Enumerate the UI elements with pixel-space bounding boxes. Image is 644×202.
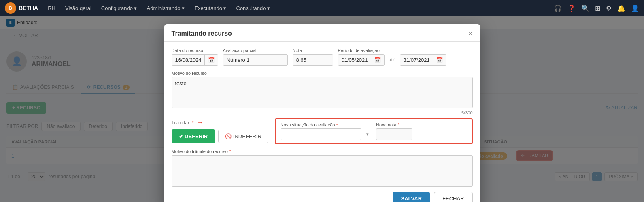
motivo-recurso-group: Motivo do recurso teste 5/300 — [172, 71, 473, 115]
periodo-inicio-group: 📅 — [338, 54, 385, 66]
user-icon[interactable]: 👤 — [631, 4, 639, 12]
modal-close-button[interactable]: × — [468, 30, 473, 37]
nota-input[interactable] — [293, 54, 333, 66]
modal-footer: SALVAR FECHAR — [164, 187, 480, 202]
modal-body: Data do recurso 📅 Avaliação parcial Nota — [164, 42, 480, 187]
nova-group: Nova situação da avaliação * ▾ — [275, 118, 473, 144]
help-icon[interactable]: ❓ — [567, 4, 576, 12]
salvar-button[interactable]: SALVAR — [393, 192, 430, 202]
tramitar-label: Tramitar * → — [172, 118, 268, 127]
motivo-tramite-required: * — [229, 149, 231, 154]
bell-icon[interactable]: 🔔 — [617, 4, 625, 12]
nota-label: Nota — [293, 48, 333, 53]
periodo-inicio-input[interactable] — [338, 55, 371, 65]
motivo-char-count: 5/300 — [172, 110, 473, 115]
tramitar-required: * — [192, 120, 194, 126]
nav-configurando[interactable]: Configurando ▾ — [97, 0, 141, 16]
nova-situacao-select[interactable] — [281, 128, 361, 140]
nav-consultando[interactable]: Consultando ▾ — [232, 0, 274, 16]
nova-nota-input[interactable] — [376, 128, 412, 140]
brand-name: BETHA — [19, 5, 38, 11]
periodo-fim-group: 📅 — [400, 54, 446, 66]
indeferir-button[interactable]: 🚫 INDEFERIR — [218, 130, 268, 143]
data-recurso-input-group: 📅 — [172, 54, 218, 66]
data-recurso-calendar-icon[interactable]: 📅 — [204, 55, 218, 65]
periodo-fim-input[interactable] — [400, 55, 433, 65]
periodo-label: Período de avaliação — [338, 48, 446, 53]
search-icon[interactable]: 🔍 — [581, 4, 589, 12]
periodo-fim-calendar-icon[interactable]: 📅 — [433, 55, 446, 65]
nav-icons: 🎧 ❓ 🔍 ⊞ ⚙ 🔔 👤 — [554, 4, 639, 12]
arrow-red-icon: → — [196, 118, 203, 127]
motivo-tramite-label: Motivo do trâmite do recurso * — [172, 149, 473, 154]
nova-situacao-group: Nova situação da avaliação * ▾ — [281, 122, 371, 140]
headset-icon[interactable]: 🎧 — [554, 4, 562, 12]
avaliacao-parcial-group: Avaliação parcial — [223, 48, 288, 66]
data-recurso-label: Data do recurso — [172, 48, 218, 53]
logo-area: B BETHA — [5, 2, 38, 14]
nova-situacao-required: * — [336, 122, 338, 127]
modal-overlay: Tramitando recurso × Data do recurso 📅 — [0, 16, 644, 202]
top-navigation: B BETHA RH Visão geral Configurando ▾ Ad… — [0, 0, 644, 16]
fechar-button[interactable]: FECHAR — [434, 192, 472, 202]
data-recurso-group: Data do recurso 📅 — [172, 48, 218, 66]
tramitando-modal: Tramitando recurso × Data do recurso 📅 — [164, 24, 480, 202]
settings-icon[interactable]: ⚙ — [606, 4, 612, 12]
grid-icon[interactable]: ⊞ — [595, 4, 600, 12]
modal-header: Tramitando recurso × — [164, 24, 480, 42]
tramitar-group: Tramitar * → ✔ DEFERIR 🚫 INDEFERIR — [172, 118, 268, 143]
data-recurso-input[interactable] — [172, 55, 204, 65]
nova-situacao-label: Nova situação da avaliação * — [281, 122, 371, 127]
nav-executando[interactable]: Executando ▾ — [190, 0, 230, 16]
modal-title: Tramitando recurso — [172, 30, 232, 37]
nav-visao-geral[interactable]: Visão geral — [61, 0, 96, 16]
avaliacao-parcial-input[interactable] — [223, 54, 288, 66]
avaliacao-parcial-label: Avaliação parcial — [223, 48, 288, 53]
nav-administrando[interactable]: Administrando ▾ — [143, 0, 189, 16]
nova-nota-label: Nova nota * — [376, 122, 467, 127]
periodo-group: Período de avaliação 📅 até 📅 — [338, 48, 446, 66]
deferir-button[interactable]: ✔ DEFERIR — [172, 129, 215, 143]
nav-rh[interactable]: RH — [44, 0, 60, 16]
motivo-tramite-textarea[interactable] — [172, 155, 473, 187]
motivo-tramite-group: Motivo do trâmite do recurso * 0/300 — [172, 149, 473, 187]
page-background: B Entidade: — — ← VOLTAR 👤 123518/1 ARIM… — [0, 16, 644, 202]
nova-situacao-select-wrapper: ▾ — [281, 128, 371, 140]
nova-situacao-chevron-icon: ▾ — [366, 132, 369, 137]
form-row-1: Data do recurso 📅 Avaliação parcial Nota — [172, 48, 473, 66]
ate-label: até — [387, 57, 397, 66]
tramitar-buttons: ✔ DEFERIR 🚫 INDEFERIR — [172, 129, 268, 143]
nota-group: Nota — [293, 48, 333, 66]
motivo-recurso-label: Motivo do recurso — [172, 71, 473, 76]
motivo-recurso-textarea[interactable]: teste — [172, 77, 473, 108]
nova-nota-group: Nova nota * — [376, 122, 467, 140]
logo-icon: B — [5, 2, 16, 14]
periodo-inicio-calendar-icon[interactable]: 📅 — [371, 55, 384, 65]
nova-nota-required: * — [397, 122, 399, 127]
